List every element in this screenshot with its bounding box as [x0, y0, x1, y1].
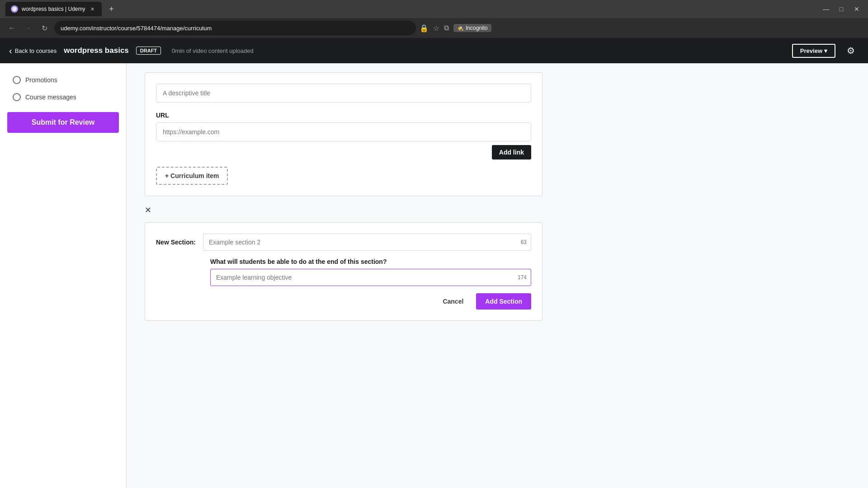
star-icon[interactable]: ☆ [433, 24, 439, 33]
new-tab-button[interactable]: + [105, 3, 118, 15]
title-input[interactable] [156, 84, 531, 103]
preview-label: Preview [800, 47, 822, 54]
section-name-char-count: 63 [521, 239, 527, 245]
course-messages-radio[interactable] [13, 93, 21, 101]
split-screen-icon[interactable]: ⧉ [444, 24, 449, 32]
incognito-icon: 🕵 [457, 25, 464, 31]
back-to-courses-label: Back to courses [15, 47, 57, 54]
app-header: ‹ Back to courses wordpress basics DRAFT… [0, 38, 868, 63]
lock-icon: 🔒 [420, 24, 429, 33]
new-section-name-input[interactable] [203, 234, 531, 251]
objective-char-count: 174 [518, 274, 527, 281]
video-info: 0min of video content uploaded [172, 47, 254, 54]
back-arrow-icon: ‹ [9, 46, 12, 56]
add-link-button[interactable]: Add link [492, 145, 531, 160]
sidebar-item-course-messages[interactable]: Course messages [7, 89, 119, 105]
tab-title: wordpress basics | Udemy [22, 6, 85, 12]
refresh-button[interactable]: ↻ [38, 22, 51, 34]
minimize-button[interactable]: — [820, 3, 832, 15]
course-messages-label: Course messages [25, 94, 76, 101]
promotions-radio[interactable] [13, 76, 21, 84]
cancel-button[interactable]: Cancel [435, 293, 471, 310]
course-title: wordpress basics [64, 46, 129, 55]
forward-nav-button[interactable]: → [22, 22, 34, 34]
new-section-card: New Section: 63 What will students be ab… [145, 222, 542, 321]
svg-point-0 [12, 7, 17, 11]
back-to-courses-link[interactable]: ‹ Back to courses [9, 46, 57, 56]
url-label: URL [156, 112, 531, 119]
new-section-label: New Section: [156, 239, 196, 246]
submit-for-review-button[interactable]: Submit for Review [7, 112, 119, 133]
promotions-label: Promotions [25, 76, 57, 84]
incognito-indicator: 🕵 Incognito [453, 24, 491, 32]
sidebar: Promotions Course messages Submit for Re… [0, 63, 127, 488]
tab-close-icon[interactable]: ✕ [89, 5, 96, 13]
url-input[interactable] [156, 122, 531, 141]
main-content: URL Add link + Curriculum item ✕ [127, 63, 868, 488]
preview-chevron-icon: ▾ [824, 47, 827, 54]
settings-icon[interactable]: ⚙ [843, 42, 859, 59]
maximize-button[interactable]: □ [835, 3, 847, 15]
objective-question-label: What will students be able to do at the … [156, 258, 531, 265]
close-new-section-button[interactable]: ✕ [145, 205, 151, 215]
incognito-label: Incognito [466, 25, 488, 31]
add-section-button[interactable]: Add Section [476, 293, 531, 310]
sidebar-item-promotions[interactable]: Promotions [7, 72, 119, 88]
back-nav-button[interactable]: ← [5, 22, 18, 34]
add-curriculum-item-button[interactable]: + Curriculum item [156, 167, 228, 185]
title-card: URL Add link + Curriculum item [145, 72, 542, 196]
draft-badge: DRAFT [136, 47, 161, 55]
objective-input[interactable] [210, 269, 531, 286]
preview-button[interactable]: Preview ▾ [792, 44, 835, 58]
close-window-button[interactable]: ✕ [851, 3, 863, 15]
address-bar[interactable] [54, 21, 416, 35]
tab-favicon [11, 5, 18, 13]
browser-tab[interactable]: wordpress basics | Udemy ✕ [5, 2, 102, 16]
